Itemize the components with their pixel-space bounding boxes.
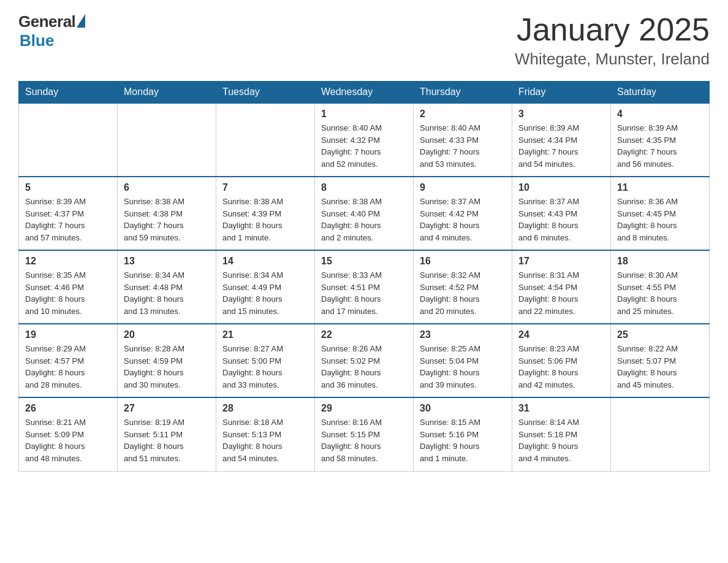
calendar-cell: 13Sunrise: 8:34 AM Sunset: 4:48 PM Dayli… [118,250,216,324]
day-number: 10 [518,182,604,193]
day-number: 31 [518,403,604,414]
day-info: Sunrise: 8:23 AM Sunset: 5:06 PM Dayligh… [518,343,604,391]
calendar-header-sunday: Sunday [19,82,118,104]
calendar-cell: 15Sunrise: 8:33 AM Sunset: 4:51 PM Dayli… [315,250,414,324]
day-number: 22 [321,329,407,340]
day-number: 13 [124,256,210,267]
day-number: 6 [124,182,210,193]
day-info: Sunrise: 8:25 AM Sunset: 5:04 PM Dayligh… [420,343,506,391]
day-number: 17 [518,256,604,267]
calendar-header-friday: Friday [512,82,611,104]
calendar-cell: 5Sunrise: 8:39 AM Sunset: 4:37 PM Daylig… [19,177,118,250]
day-number: 12 [25,256,111,267]
calendar-cell: 14Sunrise: 8:34 AM Sunset: 4:49 PM Dayli… [216,250,315,324]
calendar-cell: 31Sunrise: 8:14 AM Sunset: 5:18 PM Dayli… [512,397,611,471]
day-number: 9 [420,182,506,193]
calendar-cell: 21Sunrise: 8:27 AM Sunset: 5:00 PM Dayli… [216,324,315,397]
day-info: Sunrise: 8:38 AM Sunset: 4:39 PM Dayligh… [222,196,308,243]
calendar-cell: 1Sunrise: 8:40 AM Sunset: 4:32 PM Daylig… [315,103,414,177]
day-info: Sunrise: 8:31 AM Sunset: 4:54 PM Dayligh… [518,269,604,317]
calendar-cell: 3Sunrise: 8:39 AM Sunset: 4:34 PM Daylig… [512,103,611,177]
day-info: Sunrise: 8:27 AM Sunset: 5:00 PM Dayligh… [222,343,308,391]
calendar-cell [118,103,216,177]
calendar-cell: 30Sunrise: 8:15 AM Sunset: 5:16 PM Dayli… [414,397,512,471]
calendar-week-5: 26Sunrise: 8:21 AM Sunset: 5:09 PM Dayli… [19,397,710,471]
day-info: Sunrise: 8:28 AM Sunset: 4:59 PM Dayligh… [124,343,210,391]
day-number: 3 [518,109,604,120]
day-info: Sunrise: 8:33 AM Sunset: 4:51 PM Dayligh… [321,269,407,317]
calendar-cell: 4Sunrise: 8:39 AM Sunset: 4:35 PM Daylig… [611,103,710,177]
calendar-week-1: 1Sunrise: 8:40 AM Sunset: 4:32 PM Daylig… [19,103,710,177]
day-info: Sunrise: 8:16 AM Sunset: 5:15 PM Dayligh… [321,416,407,464]
calendar-header-monday: Monday [118,82,216,104]
day-number: 7 [222,182,308,193]
day-info: Sunrise: 8:15 AM Sunset: 5:16 PM Dayligh… [420,416,506,464]
calendar-week-3: 12Sunrise: 8:35 AM Sunset: 4:46 PM Dayli… [19,250,710,324]
calendar-cell: 19Sunrise: 8:29 AM Sunset: 4:57 PM Dayli… [19,324,118,397]
calendar-cell: 12Sunrise: 8:35 AM Sunset: 4:46 PM Dayli… [19,250,118,324]
title-section: January 2025 Whitegate, Munster, Ireland [515,12,710,69]
day-info: Sunrise: 8:14 AM Sunset: 5:18 PM Dayligh… [518,416,604,464]
day-info: Sunrise: 8:22 AM Sunset: 5:07 PM Dayligh… [617,343,703,391]
day-number: 19 [25,329,111,340]
day-info: Sunrise: 8:34 AM Sunset: 4:49 PM Dayligh… [222,269,308,317]
day-number: 21 [222,329,308,340]
calendar-cell: 27Sunrise: 8:19 AM Sunset: 5:11 PM Dayli… [118,397,216,471]
day-number: 28 [222,403,308,414]
day-info: Sunrise: 8:40 AM Sunset: 4:32 PM Dayligh… [321,122,407,170]
calendar-cell: 23Sunrise: 8:25 AM Sunset: 5:04 PM Dayli… [414,324,512,397]
calendar-cell: 22Sunrise: 8:26 AM Sunset: 5:02 PM Dayli… [315,324,414,397]
calendar-cell: 7Sunrise: 8:38 AM Sunset: 4:39 PM Daylig… [216,177,315,250]
day-number: 2 [420,109,506,120]
day-info: Sunrise: 8:35 AM Sunset: 4:46 PM Dayligh… [25,269,111,317]
calendar-cell [611,397,710,471]
calendar-cell [216,103,315,177]
day-number: 24 [518,329,604,340]
day-info: Sunrise: 8:30 AM Sunset: 4:55 PM Dayligh… [617,269,703,317]
day-info: Sunrise: 8:39 AM Sunset: 4:34 PM Dayligh… [518,122,604,170]
calendar-cell: 10Sunrise: 8:37 AM Sunset: 4:43 PM Dayli… [512,177,611,250]
calendar-header-saturday: Saturday [611,82,710,104]
day-info: Sunrise: 8:34 AM Sunset: 4:48 PM Dayligh… [124,269,210,317]
day-info: Sunrise: 8:37 AM Sunset: 4:42 PM Dayligh… [420,196,506,243]
day-info: Sunrise: 8:39 AM Sunset: 4:37 PM Dayligh… [25,196,111,243]
day-number: 23 [420,329,506,340]
day-info: Sunrise: 8:39 AM Sunset: 4:35 PM Dayligh… [617,122,703,170]
day-number: 14 [222,256,308,267]
day-number: 5 [25,182,111,193]
calendar-cell: 29Sunrise: 8:16 AM Sunset: 5:15 PM Dayli… [315,397,414,471]
calendar-week-4: 19Sunrise: 8:29 AM Sunset: 4:57 PM Dayli… [19,324,710,397]
day-number: 29 [321,403,407,414]
calendar-subtitle: Whitegate, Munster, Ireland [515,50,710,69]
day-number: 30 [420,403,506,414]
day-info: Sunrise: 8:18 AM Sunset: 5:13 PM Dayligh… [222,416,308,464]
page-header: General Blue January 2025 Whitegate, Mun… [18,12,710,69]
calendar-cell: 16Sunrise: 8:32 AM Sunset: 4:52 PM Dayli… [414,250,512,324]
calendar-cell: 2Sunrise: 8:40 AM Sunset: 4:33 PM Daylig… [414,103,512,177]
day-number: 8 [321,182,407,193]
day-info: Sunrise: 8:40 AM Sunset: 4:33 PM Dayligh… [420,122,506,170]
calendar-header-tuesday: Tuesday [216,82,315,104]
calendar-header-row: SundayMondayTuesdayWednesdayThursdayFrid… [19,82,710,104]
calendar-cell: 28Sunrise: 8:18 AM Sunset: 5:13 PM Dayli… [216,397,315,471]
calendar-week-2: 5Sunrise: 8:39 AM Sunset: 4:37 PM Daylig… [19,177,710,250]
day-number: 26 [25,403,111,414]
day-number: 25 [617,329,703,340]
logo-general-text: General [18,12,75,31]
day-number: 15 [321,256,407,267]
calendar-cell: 6Sunrise: 8:38 AM Sunset: 4:38 PM Daylig… [118,177,216,250]
day-info: Sunrise: 8:32 AM Sunset: 4:52 PM Dayligh… [420,269,506,317]
day-info: Sunrise: 8:26 AM Sunset: 5:02 PM Dayligh… [321,343,407,391]
day-info: Sunrise: 8:36 AM Sunset: 4:45 PM Dayligh… [617,196,703,243]
calendar-cell: 24Sunrise: 8:23 AM Sunset: 5:06 PM Dayli… [512,324,611,397]
calendar-header-wednesday: Wednesday [315,82,414,104]
calendar-cell: 8Sunrise: 8:38 AM Sunset: 4:40 PM Daylig… [315,177,414,250]
day-number: 1 [321,109,407,120]
day-number: 16 [420,256,506,267]
day-info: Sunrise: 8:38 AM Sunset: 4:38 PM Dayligh… [124,196,210,243]
logo-blue-text: Blue [20,31,54,50]
calendar-table: SundayMondayTuesdayWednesdayThursdayFrid… [18,81,710,472]
day-number: 20 [124,329,210,340]
day-info: Sunrise: 8:21 AM Sunset: 5:09 PM Dayligh… [25,416,111,464]
day-number: 27 [124,403,210,414]
